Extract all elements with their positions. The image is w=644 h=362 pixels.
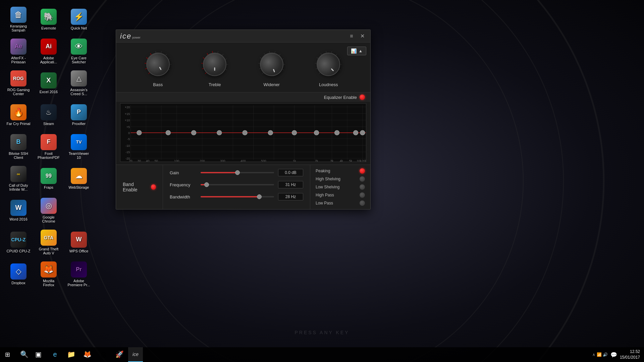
loudness-knob-indicator	[331, 68, 334, 71]
bandwidth-slider[interactable]	[201, 196, 274, 197]
desktop-icon-foxit[interactable]: F FoxitPhantomPDF	[34, 131, 64, 163]
ice-titlebar: ice power ≡ ✕	[116, 30, 370, 43]
desktop-icon-assassin[interactable]: △ Assassin'sCreed S...	[64, 67, 94, 99]
bass-knob[interactable]	[143, 49, 173, 79]
loudness-label: Loudness	[319, 82, 338, 87]
svg-text:0: 0	[128, 131, 130, 135]
excel-icon: X	[41, 72, 57, 88]
desktop-icon-fraps[interactable]: 99 Fraps	[34, 163, 64, 194]
desktop-icon-proxifier[interactable]: P Proxifier	[64, 99, 94, 131]
filter-low-pass-toggle[interactable]	[360, 200, 365, 206]
svg-line-8	[168, 59, 170, 59]
taskbar-firefox-icon[interactable]: 🦊	[80, 347, 95, 362]
desktop-icon-afterfx[interactable]: Ae AfterFX -Pintasan	[3, 35, 34, 67]
filter-low-shelving-toggle[interactable]	[360, 184, 365, 190]
desktop-icon-cpuid[interactable]: CPU-Z CPUID CPU-Z	[3, 226, 34, 258]
afterfx-icon: Ae	[10, 39, 26, 55]
svg-text:300: 300	[220, 159, 225, 162]
eq-graph[interactable]: +20 +15 +10 +5 0 -5 -10 -15 -20	[120, 103, 366, 162]
taskbar-date-display: 15/01/2017	[620, 355, 640, 360]
menu-button[interactable]: ≡	[347, 32, 356, 40]
afterfx-label: AfterFX -Pintasan	[11, 56, 26, 64]
taskbar-notification-icon: 💬	[610, 352, 617, 358]
bitvise-icon: B	[10, 134, 26, 150]
desktop-icon-excel[interactable]: X Excel 2016	[34, 67, 64, 99]
svg-line-30	[282, 59, 284, 59]
desktop-icon-dropbox[interactable]: ◇ Dropbox	[3, 258, 34, 290]
treble-knob[interactable]	[200, 49, 230, 79]
desktop-icon-premiere[interactable]: Pr AdobePremiere Pr...	[64, 258, 94, 290]
taskbar-search-icon[interactable]: 🔍	[17, 347, 31, 362]
filter-high-shelving-toggle[interactable]	[360, 176, 365, 182]
desktop-icon-teamviewer[interactable]: TV TeamViewer10	[64, 131, 94, 163]
chrome-label: GoogleChrome	[42, 215, 55, 223]
bandwidth-label: Bandwidth	[170, 194, 197, 199]
desktop-icon-wps[interactable]: W WPS Office	[64, 226, 94, 258]
gain-slider[interactable]	[201, 172, 274, 173]
teamviewer-label: TeamViewer10	[69, 152, 89, 160]
desktop-icon-adobe[interactable]: Ai AdobeApplicati...	[34, 35, 64, 67]
gta-icon: GTA	[41, 230, 57, 246]
desktop-icon-webstorage[interactable]: ☁ WebStorage	[64, 163, 94, 194]
loudness-knob[interactable]	[313, 49, 343, 79]
desktop-icon-bitvise[interactable]: B Bitvise SSHClient	[3, 131, 34, 163]
taskbar-rocket-icon[interactable]: 🚀	[112, 347, 127, 362]
desktop-icon-firefox[interactable]: 🦊 MozillaFirefox	[34, 258, 64, 290]
svg-line-32	[282, 69, 284, 70]
svg-text:1k: 1k	[293, 159, 296, 162]
bandwidth-thumb[interactable]	[257, 194, 262, 199]
close-button[interactable]: ✕	[358, 32, 366, 40]
eyecare-label: Eye CareSwitcher	[71, 56, 87, 64]
filter-high-pass-toggle[interactable]	[360, 192, 365, 198]
desktop-icon-word[interactable]: W Word 2016	[3, 194, 34, 226]
svg-text:3k: 3k	[330, 159, 334, 162]
firefox-label: MozillaFirefox	[43, 279, 54, 287]
desktop-icon-gta[interactable]: GTA Grand TheftAuto V	[34, 226, 64, 258]
desktop-icon-rog[interactable]: ROG ROG GamingCenter	[3, 67, 34, 99]
bandwidth-value: 28 Hz	[278, 193, 303, 200]
quicknet-icon: ⚡	[71, 9, 87, 25]
desktop-icon-evernote[interactable]: 🐘 Evernote	[34, 3, 64, 35]
desktop-icon-recyclebin[interactable]: 🗑 KeranjangSampah	[3, 3, 34, 35]
widener-knob[interactable]	[257, 49, 287, 79]
proxifier-icon: P	[71, 104, 87, 120]
taskbar-task-view-icon[interactable]: ▣	[32, 347, 45, 362]
desktop-icon-farcry[interactable]: 🔥 Far Cry Primal	[3, 99, 34, 131]
svg-line-21	[225, 69, 227, 70]
taskbar-folder-icon[interactable]: 📁	[64, 347, 78, 362]
svg-point-79	[217, 130, 222, 135]
desktop-icon-cod[interactable]: ∞ Call of DutyInfinite W...	[3, 163, 34, 194]
desktop-icon-eyecare[interactable]: 👁 Eye CareSwitcher	[64, 35, 94, 67]
fraps-label: Fraps	[44, 185, 53, 189]
frequency-thumb[interactable]	[204, 182, 209, 187]
svg-point-81	[268, 130, 273, 135]
filter-peaking-row: Peaking	[316, 168, 365, 174]
gain-thumb[interactable]	[235, 170, 240, 175]
taskbar-chrome-icon[interactable]: ◎	[96, 347, 111, 362]
taskbar-ice-icon[interactable]: ice	[128, 347, 143, 362]
svg-text:20k: 20k	[362, 159, 366, 162]
desktop-icon-chrome[interactable]: ◎ GoogleChrome	[34, 194, 64, 226]
bass-knob-indicator	[159, 67, 162, 70]
eq-enable-toggle[interactable]	[360, 95, 365, 100]
gain-fill	[201, 172, 237, 173]
desktop-icon-quicknet[interactable]: ⚡ Quick Net	[64, 3, 94, 35]
desktop-icon-steam[interactable]: ♨ Steam	[34, 99, 64, 131]
filter-high-shelving-row: High Shelving	[316, 176, 365, 182]
start-button[interactable]: ⊞	[0, 347, 15, 362]
taskbar-edge-icon[interactable]: e	[48, 347, 62, 362]
svg-text:+15: +15	[125, 112, 130, 116]
word-label: Word 2016	[9, 217, 28, 221]
filter-low-shelving-row: Low Shelving	[316, 184, 365, 190]
svg-text:-10: -10	[125, 144, 130, 147]
frequency-slider[interactable]	[201, 184, 274, 185]
band-enable-toggle[interactable]	[151, 184, 156, 190]
treble-knob-body[interactable]	[203, 53, 226, 76]
svg-point-80	[243, 130, 247, 135]
titlebar-controls: ≡ ✕	[347, 32, 366, 40]
gain-label: Gain	[170, 170, 197, 175]
bass-label: Bass	[153, 82, 163, 87]
filter-peaking-toggle[interactable]	[360, 168, 365, 174]
eq-graph-toggle-button[interactable]: 📊 ▲	[347, 47, 366, 55]
cpuid-icon: CPU-Z	[10, 232, 26, 248]
